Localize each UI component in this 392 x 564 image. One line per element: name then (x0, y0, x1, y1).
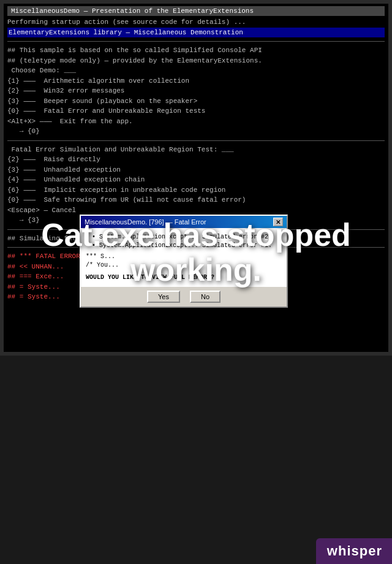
dialog-footer-text: /* You... (86, 261, 282, 270)
separator-2 (7, 140, 385, 141)
console-info-15: {6} ——— Implicit exception in unbreakabl… (7, 185, 385, 196)
dialog-body-line-1: • System.ApplicationExcept... Simulated … (92, 233, 282, 242)
console-info-7: {3} ——— Beeper sound (playback on the sp… (7, 96, 385, 107)
dialog-body-line-2: • System.ApplicationExcept... Simulated … (92, 242, 282, 250)
console-info-2: ## (teletype mode only) — provided by th… (7, 56, 385, 66)
dialog-yes-button[interactable]: Yes (147, 291, 180, 303)
console-info-10: → {0} (7, 126, 385, 137)
whisper-badge: whisper (316, 538, 392, 564)
console-info-1: ## This sample is based on the so called… (7, 45, 385, 56)
bottom-area: whisper (0, 356, 392, 564)
console-info-12: {2} ——— Raise directly (7, 154, 385, 165)
console-info-17: <Escape> — Cancel (7, 205, 385, 216)
separator-1 (7, 41, 385, 42)
console-info-13: {3} ——— Unhandled exception (7, 165, 385, 175)
dialog-title-text: MiscellaneousDemo. [796] — Fatal Error (85, 218, 206, 226)
dialog-close-button[interactable]: ✕ (273, 218, 283, 226)
console-info-14: {4} ——— Unhandled exception chain (7, 175, 385, 185)
dialog-buttons: Yes No (81, 287, 287, 307)
dialog-separator-text: *** S... (86, 253, 282, 261)
console-info-16: {0} ——— Safe throwing from UR (will not … (7, 195, 385, 205)
console-info-4: Choose Demo: ___ (7, 66, 385, 76)
dialog-body: • System.ApplicationExcept... Simulated … (81, 228, 287, 287)
console-info-5: {1} ——— Arithmetic algorithm over collec… (7, 76, 385, 86)
console-library-bar: ElementaryExtensions library — Miscellan… (7, 28, 385, 38)
dialog-no-button[interactable]: No (190, 291, 221, 303)
console-info-11: Fatal Error Simulation and Unbreakable R… (7, 145, 385, 155)
dialog-question: WOULD YOU LIKE TO VIEW FULL REPORT? (86, 273, 282, 282)
console-info-6: {2} ——— Win32 error messages (7, 86, 385, 96)
console-info-9: <Alt+X> ——— Exit from the app. (7, 116, 385, 127)
console-area: MiscellaneousDemo — Presentation of the … (0, 0, 392, 356)
console-title-text: MiscellaneousDemo — Presentation of the … (11, 7, 254, 15)
fatal-error-dialog: MiscellaneousDemo. [796] — Fatal Error ✕… (80, 215, 288, 308)
console-title-bar: MiscellaneousDemo — Presentation of the … (7, 6, 385, 16)
dialog-title-bar: MiscellaneousDemo. [796] — Fatal Error ✕ (81, 216, 287, 228)
console-startup-line: Performing startup action (see source co… (7, 17, 385, 28)
console-info-8: {0} ——— Fatal Error and Unbreakable Regi… (7, 106, 385, 116)
